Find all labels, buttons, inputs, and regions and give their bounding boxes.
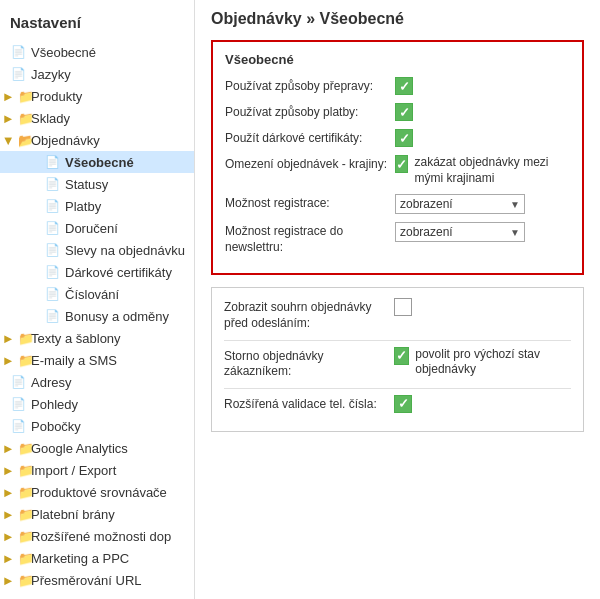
sidebar-item-slevy[interactable]: 📄 Slevy na objednávku — [0, 239, 194, 261]
field-value-zobrazit-souhrn — [394, 298, 571, 316]
sidebar-label: Marketing a PPC — [31, 551, 129, 566]
sidebar-item-rozsirene[interactable]: ► 📁 Rozšířené možnosti dop — [0, 525, 194, 547]
sidebar-label: Bonusy a odměny — [65, 309, 169, 324]
field-zpusoby-platby: Používat způsoby platby: — [225, 103, 570, 121]
chevron-down-icon: ▼ — [510, 227, 520, 238]
checkbox-zpusoby-prepravy[interactable] — [395, 77, 413, 95]
checkbox-zpusoby-platby[interactable] — [395, 103, 413, 121]
omezeni-krajiny-text: zakázat objednávky mezi mými krajinami — [414, 155, 570, 186]
sidebar-item-platby[interactable]: 📄 Platby — [0, 195, 194, 217]
sidebar-label: Statusy — [65, 177, 108, 192]
sidebar-label: Pohledy — [31, 397, 78, 412]
checkbox-zobrazit-souhrn[interactable] — [394, 298, 412, 316]
sidebar-label: Přesměrování URL — [31, 573, 142, 588]
sidebar-item-pobocky[interactable]: 📄 Pobočky — [0, 415, 194, 437]
field-moznost-registrace: Možnost registrace: zobrazení ▼ — [225, 194, 570, 214]
sidebar-item-analytics[interactable]: ► 📁 Google Analytics — [0, 437, 194, 459]
checkbox-rozsirena-validace[interactable] — [394, 395, 412, 413]
checkbox-omezeni-krajiny[interactable] — [395, 155, 408, 173]
page-icon: 📄 — [10, 374, 26, 390]
sidebar-item-objednavky[interactable]: ▼ 📂 Objednávky — [0, 129, 194, 151]
field-value-zpusoby-platby — [395, 103, 570, 121]
field-label-zpusoby-platby: Používat způsoby platby: — [225, 103, 395, 121]
field-label-omezeni-krajiny: Omezení objednávek - krajiny: — [225, 155, 395, 173]
page-icon: 📄 — [10, 66, 26, 82]
main-content: Objednávky » Všeobecné Všeobecné Používa… — [195, 0, 600, 599]
checkbox-storno-objednavky[interactable] — [394, 347, 409, 365]
highlighted-section: Všeobecné Používat způsoby přepravy: Pou… — [211, 40, 584, 275]
sidebar-label: Číslování — [65, 287, 119, 302]
folder-icon: ► 📁 — [10, 528, 26, 544]
sidebar-item-doruceni[interactable]: 📄 Doručení — [0, 217, 194, 239]
sidebar-label: Dárkové certifikáty — [65, 265, 172, 280]
sidebar-item-sklady[interactable]: ► 📁 Sklady — [0, 107, 194, 129]
sidebar-item-cislovani[interactable]: 📄 Číslování — [0, 283, 194, 305]
field-label-moznost-registrace: Možnost registrace: — [225, 194, 395, 212]
field-moznost-registrace-newsletter: Možnost registrace do newslettru: zobraz… — [225, 222, 570, 255]
storno-objednavky-text: povolit pro výchozí stav objednávky — [415, 347, 571, 378]
sidebar-label: Platební brány — [31, 507, 115, 522]
sidebar-item-texty[interactable]: ► 📁 Texty a šablony — [0, 327, 194, 349]
checkbox-darkove-certifikaty[interactable] — [395, 129, 413, 147]
select-value: zobrazení — [400, 225, 453, 239]
field-value-darkove-certifikaty — [395, 129, 570, 147]
sidebar-item-marketing[interactable]: ► 📁 Marketing a PPC — [0, 547, 194, 569]
divider — [224, 340, 571, 341]
sidebar-label: Rozšířené možnosti dop — [31, 529, 171, 544]
sidebar-title: Nastavení — [0, 8, 194, 41]
sidebar-label: Objednávky — [31, 133, 100, 148]
sidebar-item-import[interactable]: ► 📁 Import / Export — [0, 459, 194, 481]
page-icon: 📄 — [44, 286, 60, 302]
field-omezeni-krajiny: Omezení objednávek - krajiny: zakázat ob… — [225, 155, 570, 186]
divider — [224, 388, 571, 389]
page-icon: 📄 — [44, 198, 60, 214]
field-zpusoby-prepravy: Používat způsoby přepravy: — [225, 77, 570, 95]
sidebar-label: Produkty — [31, 89, 82, 104]
sidebar-item-jazyky[interactable]: 📄 Jazyky — [0, 63, 194, 85]
sidebar-item-vseobecne[interactable]: 📄 Všeobecné — [0, 41, 194, 63]
field-storno-objednavky: Storno objednávky zákazníkem: povolit pr… — [224, 347, 571, 380]
folder-icon: ► 📁 — [10, 484, 26, 500]
page-icon: 📄 — [10, 44, 26, 60]
sidebar-item-presmerovani[interactable]: ► 📁 Přesměrování URL — [0, 569, 194, 591]
folder-open-icon: ▼ 📂 — [10, 132, 26, 148]
page-icon: 📄 — [44, 154, 60, 170]
field-zobrazit-souhrn: Zobrazit souhrn objednávky před odeslání… — [224, 298, 571, 331]
sidebar-item-bonusy[interactable]: 📄 Bonusy a odměny — [0, 305, 194, 327]
sidebar-label: E-maily a SMS — [31, 353, 117, 368]
sidebar-item-emaily[interactable]: ► 📁 E-maily a SMS — [0, 349, 194, 371]
sidebar-label: Platby — [65, 199, 101, 214]
field-label-darkove-certifikaty: Použít dárkové certifikáty: — [225, 129, 395, 147]
sidebar-item-statusy[interactable]: 📄 Statusy — [0, 173, 194, 195]
page-icon: 📄 — [44, 220, 60, 236]
sidebar-item-adresy[interactable]: 📄 Adresy — [0, 371, 194, 393]
sidebar-item-vseobecne-sub[interactable]: 📄 Všeobecné — [0, 151, 194, 173]
page-icon: 📄 — [10, 418, 26, 434]
field-darkove-certifikaty: Použít dárkové certifikáty: — [225, 129, 570, 147]
sidebar-label: Google Analytics — [31, 441, 128, 456]
sidebar-label: Všeobecné — [65, 155, 134, 170]
sidebar-label: Adresy — [31, 375, 71, 390]
sidebar-label: Texty a šablony — [31, 331, 121, 346]
sidebar-item-platebni[interactable]: ► 📁 Platební brány — [0, 503, 194, 525]
folder-icon: ► 📁 — [10, 330, 26, 346]
sidebar-item-pohledy[interactable]: 📄 Pohledy — [0, 393, 194, 415]
field-label-rozsirena-validace: Rozšířená validace tel. čísla: — [224, 395, 394, 413]
select-moznost-registrace-newsletter[interactable]: zobrazení ▼ — [395, 222, 525, 242]
normal-section: Zobrazit souhrn objednávky před odeslání… — [211, 287, 584, 431]
select-moznost-registrace[interactable]: zobrazení ▼ — [395, 194, 525, 214]
sidebar-label: Import / Export — [31, 463, 116, 478]
sidebar-item-darkove[interactable]: 📄 Dárkové certifikáty — [0, 261, 194, 283]
field-label-zpusoby-prepravy: Používat způsoby přepravy: — [225, 77, 395, 95]
field-label-storno-objednavky: Storno objednávky zákazníkem: — [224, 347, 394, 380]
field-value-rozsirena-validace — [394, 395, 571, 413]
sidebar-item-produktove[interactable]: ► 📁 Produktové srovnávače — [0, 481, 194, 503]
folder-icon: ► 📁 — [10, 462, 26, 478]
sidebar-label: Slevy na objednávku — [65, 243, 185, 258]
folder-icon: ► 📁 — [10, 550, 26, 566]
sidebar-item-produkty[interactable]: ► 📁 Produkty — [0, 85, 194, 107]
section-heading: Všeobecné — [225, 52, 570, 67]
page-title: Objednávky » Všeobecné — [211, 10, 584, 28]
sidebar-label: Sklady — [31, 111, 70, 126]
field-value-moznost-registrace: zobrazení ▼ — [395, 194, 570, 214]
